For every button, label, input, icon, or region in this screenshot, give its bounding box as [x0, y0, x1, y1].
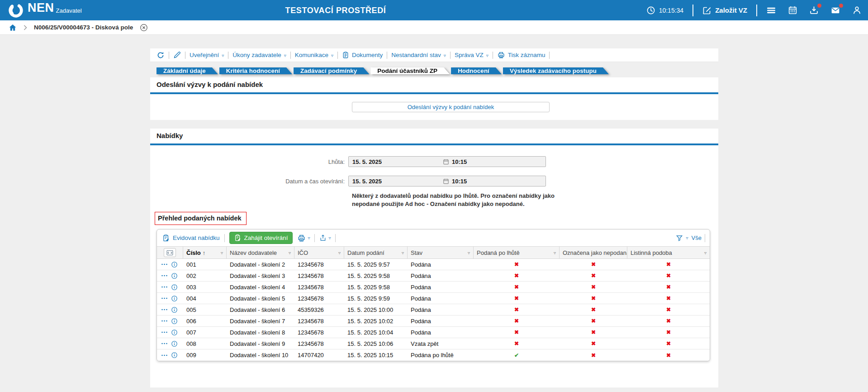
opening-date-value[interactable]: 15. 5. 2025	[352, 178, 440, 185]
record-tabs: Základní údaje Kritéria hodnocení Zadáva…	[157, 65, 610, 77]
table-row[interactable]: 002 Dodavatel - školení 3 12345678 15. 5…	[157, 270, 710, 282]
row-menu-icon[interactable]	[161, 331, 168, 334]
filter-dropdown-icon[interactable]: ▿	[554, 250, 556, 255]
edit-record-button[interactable]	[173, 51, 181, 59]
table-row[interactable]: 004 Dodavatel - školení 5 12345678 15. 5…	[157, 293, 710, 304]
table-row[interactable]: 009 Dodavatel - školení 10 14707420 15. …	[157, 349, 710, 361]
row-info-icon[interactable]	[171, 295, 178, 302]
cell-cislo: 001	[183, 259, 227, 270]
create-vz-button[interactable]: Založit VZ	[702, 6, 747, 15]
cell-nazev-dodavatele: Dodavatel - školení 9	[227, 338, 294, 349]
column-header-nazev[interactable]: Název dodavatele▿	[227, 247, 294, 258]
row-menu-icon[interactable]	[161, 320, 168, 322]
cell-listinna-podoba: ✖	[627, 316, 710, 326]
filter-dropdown-icon[interactable]: ▿	[468, 250, 470, 255]
column-header-datum[interactable]: Datum podání▿	[344, 247, 408, 258]
row-info-icon[interactable]	[171, 261, 178, 268]
deadline-time-value[interactable]: 10:15	[452, 158, 467, 165]
tab-vysledek-zadavaciho-postupu[interactable]: Výsledek zadávacího postupu	[503, 65, 609, 77]
table-row[interactable]: 006 Dodavatel - školení 7 12345678 15. 5…	[157, 316, 710, 327]
calendar-icon[interactable]	[788, 5, 797, 15]
row-menu-icon[interactable]	[161, 263, 168, 266]
cell-stav: Podána	[408, 304, 474, 315]
filter-dropdown-icon[interactable]: ▿	[402, 250, 404, 255]
bids-section: Nabídky Lhůta: 15. 5. 2025 10:15 Datum a…	[150, 129, 718, 387]
downloads-button[interactable]	[809, 5, 819, 15]
table-row[interactable]: 008 Dodavatel - školení 9 12345678 15. 5…	[157, 338, 710, 349]
opening-field[interactable]: 15. 5. 2025 10:15	[348, 176, 546, 186]
table-row[interactable]: 001 Dodavatel - školení 2 12345678 15. 5…	[157, 259, 710, 270]
deadline-field[interactable]: 15. 5. 2025 10:15	[348, 156, 546, 167]
row-info-icon[interactable]	[171, 306, 178, 313]
tab-zadavaci-podminky[interactable]: Zadávací podmínky	[294, 65, 369, 77]
status-mark: ✖	[514, 284, 519, 290]
divider	[693, 5, 693, 16]
row-info-icon[interactable]	[171, 318, 178, 325]
row-info-icon[interactable]	[171, 284, 178, 291]
menu-komunikace[interactable]: Komunikace▿	[295, 52, 333, 58]
user-profile-icon[interactable]	[852, 5, 862, 15]
close-record-icon[interactable]	[140, 24, 148, 32]
table-row[interactable]: 005 Dodavatel - školení 6 45359326 15. 5…	[157, 304, 710, 316]
row-menu-icon[interactable]	[161, 354, 168, 357]
filter-vse-button[interactable]: Vše	[692, 234, 702, 241]
menu-hamburger-icon[interactable]	[766, 5, 776, 15]
send-invitation-button[interactable]: Odeslání výzvy k podání nabídek	[352, 102, 550, 112]
cell-listinna-podoba: ✖	[627, 304, 710, 315]
opening-time-value[interactable]: 10:15	[452, 178, 467, 185]
row-info-icon[interactable]	[171, 329, 178, 336]
column-settings-button[interactable]	[164, 248, 176, 257]
filter-dropdown-icon[interactable]: ▿	[289, 250, 291, 255]
column-header-po-lhute[interactable]: Podaná po lhůtě▿	[474, 247, 560, 258]
table-row[interactable]: 003 Dodavatel - školení 4 12345678 15. 5…	[157, 282, 710, 293]
row-menu-icon[interactable]	[161, 286, 168, 288]
nen-brand[interactable]: NEN Zadavatel	[0, 2, 82, 19]
deadline-date-value[interactable]: 15. 5. 2025	[352, 158, 440, 165]
column-header-ico[interactable]: IČO▿	[294, 247, 344, 258]
tab-hodnoceni[interactable]: Hodnocení	[451, 65, 502, 77]
menu-dokumenty[interactable]: Dokumenty	[342, 51, 383, 59]
column-header-stav[interactable]: Stav▿	[408, 247, 474, 258]
refresh-button[interactable]	[157, 51, 165, 59]
menu-nestandardni-stav[interactable]: Nestandardní stav▿	[391, 52, 446, 58]
filter-dropdown-icon[interactable]: ▿	[221, 250, 223, 255]
column-header-cislo[interactable]: Číslo ↑ ▿	[183, 247, 227, 258]
messages-button[interactable]	[830, 5, 840, 15]
register-bid-button[interactable]: Evidovat nabídku	[162, 234, 220, 242]
table-row[interactable]: 007 Dodavatel - školení 8 12345678 15. 5…	[157, 327, 710, 338]
tab-zakladni-udaje[interactable]: Základní údaje	[157, 65, 218, 77]
export-table-button[interactable]: ▿	[319, 234, 331, 242]
tab-podani-ucastniku-zp[interactable]: Podání účastníků ZP	[370, 65, 450, 77]
row-actions-cell	[157, 316, 183, 326]
menu-sprava-vz[interactable]: Správa VZ▿	[455, 52, 489, 58]
filter-funnel-icon[interactable]	[676, 234, 683, 242]
row-info-icon[interactable]	[171, 352, 178, 359]
cell-listinna-podoba: ✖	[627, 259, 710, 270]
chevron-down-icon[interactable]: ▿	[686, 235, 688, 240]
cell-podana-po-lhute: ✔	[474, 349, 560, 361]
menu-uverejneni[interactable]: Uveřejnění▿	[190, 52, 224, 58]
cell-stav: Podána	[408, 293, 474, 304]
breadcrumb-item[interactable]: N006/25/V00004673 - Disková pole	[34, 24, 133, 31]
calendar-picker-icon[interactable]	[443, 158, 449, 165]
tab-kriteria-hodnoceni[interactable]: Kritéria hodnocení	[219, 65, 292, 77]
print-table-button[interactable]: ▿	[297, 234, 310, 242]
row-menu-icon[interactable]	[161, 297, 168, 300]
column-header-listinna[interactable]: Listinná podoba▿	[627, 247, 710, 258]
filter-dropdown-icon[interactable]: ▿	[704, 250, 707, 255]
start-opening-button[interactable]: Zahájit otevírání	[229, 232, 293, 244]
row-info-icon[interactable]	[171, 272, 178, 279]
row-menu-icon[interactable]	[161, 342, 168, 345]
column-header-nepodana[interactable]: Označena jako nepodaná▿	[560, 247, 627, 258]
row-menu-icon[interactable]	[161, 274, 168, 277]
cell-oznacena-nepodana: ✖	[560, 293, 627, 304]
cell-datum-podani: 15. 5. 2025 9:59	[344, 293, 408, 304]
print-record-button[interactable]: Tisk záznamu	[497, 51, 545, 59]
row-menu-icon[interactable]	[161, 308, 168, 311]
calendar-picker-icon[interactable]	[443, 178, 449, 185]
home-icon[interactable]	[9, 24, 17, 32]
menu-ukony-zadavatele[interactable]: Úkony zadavatele▿	[232, 52, 286, 58]
row-info-icon[interactable]	[171, 340, 178, 347]
filter-dropdown-icon[interactable]: ▿	[338, 250, 341, 255]
cell-podana-po-lhute: ✖	[474, 270, 560, 281]
